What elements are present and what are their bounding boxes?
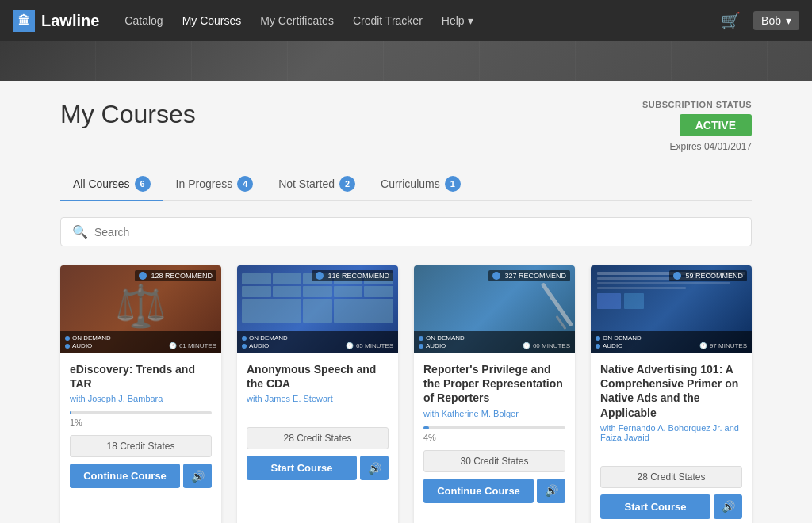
tab-in-progress[interactable]: In Progress 4 [163, 168, 266, 201]
recommend-count-4: 59 RECOMMEND [685, 272, 743, 280]
credit-states-btn-1[interactable]: 18 Credit States [70, 435, 212, 457]
thumbnail-visual-1: ⚖️ [115, 282, 167, 330]
tab-not-started-badge: 2 [339, 176, 355, 192]
course-author-1: with Joseph J. Bambara [70, 394, 212, 403]
search-bar: 🔍 [60, 217, 752, 246]
thumb-labels-2: ON DEMAND AUDIO [242, 334, 288, 349]
author-primary-4: Fernando A. Bohorquez Jr. [619, 423, 722, 433]
nav-my-certificates[interactable]: My Certificates [260, 14, 334, 27]
sound-btn-3[interactable]: 🔊 [537, 479, 565, 503]
user-menu[interactable]: Bob ▾ [753, 11, 799, 30]
tab-curriculums[interactable]: Curriculums 1 [368, 168, 473, 201]
tab-curriculums-label: Curriculums [381, 178, 440, 190]
chevron-down-icon: ▾ [786, 14, 791, 27]
sound-btn-2[interactable]: 🔊 [360, 456, 389, 480]
progress-fill-1 [70, 411, 71, 414]
author-name-2: James E. Stewart [265, 394, 333, 403]
thumb-labels-1: ON DEMAND AUDIO [65, 334, 111, 349]
progress-label-3: 4% [423, 433, 565, 442]
card-body-2: Anonymous Speech and the CDA with James … [237, 353, 398, 490]
nav-catalog[interactable]: Catalog [124, 14, 163, 27]
subscription-expires: Expires 04/01/2017 [642, 141, 752, 152]
nav-help-label: Help [442, 14, 465, 27]
nav-my-courses[interactable]: My Courses [182, 14, 242, 27]
audio-dot-2 [242, 344, 247, 349]
minutes-label-3: 🕐 60 MINUTES [523, 342, 570, 349]
sound-btn-1[interactable]: 🔊 [183, 464, 212, 488]
thumb-bottom-4: ON DEMAND AUDIO 🕐 97 MINUTES [591, 331, 752, 353]
logo[interactable]: 🏛 Lawline [13, 10, 99, 32]
card-body-3: Reporter's Privilege and the Proper Repr… [414, 353, 575, 513]
audio-label-3: AUDIO [419, 342, 465, 349]
cart-icon[interactable]: 🛒 [721, 11, 741, 30]
course-grid: ⚖️ 128 RECOMMEND ON DEMAND AUDIO [60, 265, 752, 523]
progress-label-1: 1% [70, 418, 212, 427]
course-thumbnail-3: 327 RECOMMEND ON DEMAND AUDIO [414, 265, 575, 353]
audio-label-2: AUDIO [242, 342, 288, 349]
minutes-label-4: 🕐 97 MINUTES [699, 342, 747, 349]
progress-bar-3 [423, 426, 565, 429]
tab-curriculums-badge: 1 [445, 176, 461, 192]
search-input[interactable] [94, 226, 740, 239]
action-row-4: Start Course 🔊 [600, 494, 742, 519]
on-demand-dot-1 [65, 336, 70, 341]
on-demand-label-2: ON DEMAND [242, 334, 288, 342]
course-title-2: Anonymous Speech and the CDA [247, 362, 389, 391]
continue-course-btn-1[interactable]: Continue Course [70, 464, 180, 488]
credit-states-btn-3[interactable]: 30 Credit States [423, 450, 565, 472]
nav-help[interactable]: Help ▾ [442, 14, 473, 27]
recommend-badge-2: 116 RECOMMEND [312, 270, 393, 281]
continue-course-btn-3[interactable]: Continue Course [423, 479, 534, 503]
subscription-label: SUBSCRIPTION STATUS [642, 100, 752, 109]
on-demand-dot-2 [242, 336, 247, 341]
credit-states-btn-4[interactable]: 28 Credit States [600, 466, 742, 488]
course-author-2: with James E. Stewart [247, 394, 389, 403]
course-card-2: 116 RECOMMEND ON DEMAND AUDIO [237, 265, 398, 523]
tab-in-progress-badge: 4 [237, 176, 253, 192]
hero-banner [0, 41, 812, 81]
course-thumbnail-1: ⚖️ 128 RECOMMEND ON DEMAND AUDIO [60, 265, 221, 353]
thumbnail-visual-3 [541, 282, 573, 326]
navbar: 🏛 Lawline Catalog My Courses My Certific… [0, 0, 812, 41]
recommend-icon-3 [492, 272, 500, 280]
nav-links: Catalog My Courses My Certificates Credi… [124, 14, 721, 27]
nav-credit-tracker[interactable]: Credit Tracker [353, 14, 423, 27]
main-content: My Courses SUBSCRIPTION STATUS ACTIVE Ex… [0, 81, 812, 523]
start-course-btn-2[interactable]: Start Course [247, 456, 357, 480]
recommend-icon-1 [139, 272, 147, 280]
recommend-count-1: 128 RECOMMEND [151, 272, 213, 280]
thumb-labels-3: ON DEMAND AUDIO [419, 334, 465, 349]
tab-all-courses[interactable]: All Courses 6 [60, 168, 163, 201]
card-body-1: eDiscovery: Trends and TAR with Joseph J… [60, 353, 221, 498]
thumb-bottom-3: ON DEMAND AUDIO 🕐 60 MINUTES [414, 331, 575, 353]
tab-all-courses-badge: 6 [135, 176, 151, 192]
credit-states-btn-2[interactable]: 28 Credit States [247, 427, 389, 449]
search-icon: 🔍 [72, 224, 88, 239]
course-author-3: with Katherine M. Bolger [423, 409, 565, 418]
chevron-down-icon: ▾ [468, 14, 473, 27]
course-title-3: Reporter's Privilege and the Proper Repr… [423, 362, 565, 406]
start-course-btn-4[interactable]: Start Course [600, 494, 710, 519]
card-body-4: Native Advertising 101: A Comprehensive … [591, 353, 752, 523]
action-row-2: Start Course 🔊 [247, 456, 389, 480]
thumb-bottom-2: ON DEMAND AUDIO 🕐 65 MINUTES [237, 331, 398, 353]
recommend-count-3: 327 RECOMMEND [504, 272, 566, 280]
author-secondary-4: Faiza Javaid [600, 433, 649, 442]
progress-spacer-4 [600, 450, 742, 466]
audio-dot-1 [65, 344, 70, 349]
audio-label-1: AUDIO [65, 342, 111, 349]
course-card-4: 59 RECOMMEND ON DEMAND AUDIO [591, 265, 752, 523]
user-name: Bob [761, 14, 781, 27]
sound-btn-4[interactable]: 🔊 [714, 494, 742, 519]
recommend-icon-2 [316, 272, 324, 280]
course-card-1: ⚖️ 128 RECOMMEND ON DEMAND AUDIO [60, 265, 221, 523]
tab-in-progress-label: In Progress [176, 178, 233, 190]
tab-not-started[interactable]: Not Started 2 [266, 168, 368, 201]
author-name-3: Katherine M. Bolger [442, 409, 519, 418]
course-author-4: with Fernando A. Bohorquez Jr. and Faiza… [600, 423, 742, 442]
author-name-1: Joseph J. Bambara [88, 394, 163, 403]
on-demand-label-4: ON DEMAND [596, 334, 642, 342]
logo-text: Lawline [41, 12, 99, 30]
page-title: My Courses [60, 100, 196, 129]
action-row-1: Continue Course 🔊 [70, 464, 212, 488]
